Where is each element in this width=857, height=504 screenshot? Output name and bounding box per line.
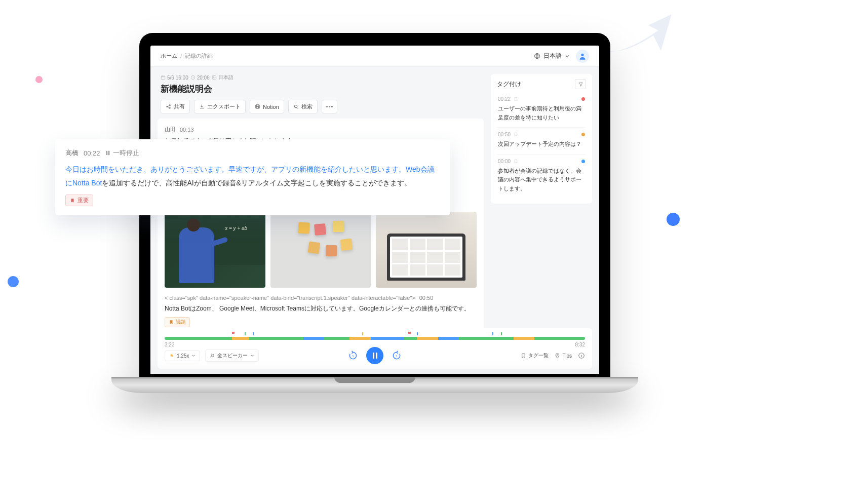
tag-item[interactable]: 00:50次回アップデート予定の内容は？ <box>497 127 586 154</box>
bookmark-icon <box>514 97 518 101</box>
share-button[interactable]: 共有 <box>161 100 190 113</box>
avatar[interactable] <box>576 50 589 63</box>
skip-back-button[interactable]: 5 <box>347 350 359 362</box>
chevron-down-icon <box>191 354 196 358</box>
svg-text:5: 5 <box>396 355 398 358</box>
pause-icon <box>373 353 377 359</box>
illustration-sticky-notes[interactable] <box>270 212 371 288</box>
users-icon <box>210 353 215 358</box>
globe-icon <box>534 53 540 59</box>
breadcrumb-current: 記録の詳細 <box>185 52 213 60</box>
tips-link[interactable]: Tips <box>555 353 572 359</box>
tag-time: 00:50 <box>498 132 511 137</box>
illustration-laptop[interactable] <box>376 212 477 288</box>
svg-point-10 <box>211 354 213 356</box>
total-time: 8:32 <box>575 342 585 347</box>
bookmark-icon <box>521 353 526 359</box>
bookmark-icon <box>70 198 75 203</box>
language-icon <box>212 75 217 80</box>
share-icon <box>166 104 171 109</box>
pause-indicator[interactable]: 一時停止 <box>105 148 139 158</box>
filter-icon <box>578 82 583 87</box>
timestamp: 00:50 <box>419 295 434 301</box>
skip-forward-button[interactable]: 5 <box>391 350 403 362</box>
transcript-text: Notta BotはZoom、 Google Meet、Microsoft Te… <box>165 303 477 314</box>
svg-rect-17 <box>108 151 109 155</box>
speed-icon <box>169 353 174 358</box>
language-label: 日本語 <box>543 52 562 60</box>
svg-rect-16 <box>106 151 107 155</box>
info-icon <box>578 352 585 359</box>
user-icon <box>578 52 587 60</box>
location-icon <box>555 353 560 359</box>
export-icon <box>199 104 205 109</box>
transcript-text: 今日はお時間をいただき、ありがとうございます。早速ですが、アプリの新機能を紹介し… <box>65 163 440 189</box>
tag-text: 次回アップデート予定の内容は？ <box>498 140 585 149</box>
tags-panel-title: タグ付け <box>497 80 521 89</box>
breadcrumb-home[interactable]: ホーム <box>161 52 177 60</box>
export-button[interactable]: エクスポート <box>194 100 246 113</box>
svg-point-14 <box>557 354 558 355</box>
tag-item[interactable]: 00:22ユーザーの事前期待と利用後の満足度の差を特に知りたい <box>497 92 586 127</box>
svg-point-11 <box>213 354 214 355</box>
svg-point-6 <box>169 105 170 106</box>
tag-chip-important[interactable]: 重要 <box>65 195 93 206</box>
image-grid: x = y + ab <box>165 212 477 288</box>
svg-point-9 <box>294 105 297 108</box>
clock-icon <box>190 75 196 80</box>
tag-item[interactable]: 00:00参加者が会議の記録ではなく、会議の内容へ集中できるようサポートします。 <box>497 154 586 199</box>
svg-point-7 <box>169 107 170 108</box>
svg-point-5 <box>167 106 168 107</box>
more-icon <box>326 106 333 107</box>
chevron-down-icon <box>250 354 254 358</box>
highlighted-transcript-card[interactable]: 高橋 00:22 一時停止 今日はお時間をいただき、ありがとうございます。早速で… <box>55 139 450 215</box>
decoration-dot-pink <box>35 76 43 83</box>
timestamp: 00:13 <box>180 127 194 133</box>
tags-list-link[interactable]: タグ一覧 <box>521 352 549 359</box>
tag-text: ユーザーの事前期待と利用後の満足度の差を特に知りたい <box>498 104 585 122</box>
notion-button[interactable]: Notion <box>250 100 284 113</box>
timestamp: 00:22 <box>84 149 100 157</box>
speed-selector[interactable]: 1.25x <box>165 351 200 361</box>
transcript-block[interactable]: < class="spk" data-name="speaker-name" d… <box>165 295 477 327</box>
record-meta: 5/6 16:00 20:08 日本語 <box>161 74 481 81</box>
speaker-name: 山田 <box>165 126 176 133</box>
decoration-dot-blue <box>8 276 19 287</box>
info-button[interactable] <box>578 352 585 359</box>
tag-color-dot <box>581 97 585 101</box>
pause-icon <box>105 150 110 156</box>
bookmark-icon <box>514 132 518 137</box>
audio-player: 3:23 8:32 1.25x 全スピーカー <box>158 328 592 369</box>
tag-text: 参加者が会議の記録ではなく、会議の内容へ集中できるようサポートします。 <box>498 167 585 193</box>
tag-color-dot <box>581 133 585 136</box>
page-title: 新機能説明会 <box>161 83 481 95</box>
tags-panel: タグ付け 00:22ユーザーの事前期待と利用後の満足度の差を特に知りたい00:5… <box>491 74 592 204</box>
svg-rect-2 <box>161 76 165 80</box>
decoration-dot-blue <box>667 213 680 226</box>
tag-time: 00:22 <box>498 96 511 102</box>
tag-color-dot <box>581 160 585 163</box>
tag-chip[interactable]: 議題 <box>165 317 190 327</box>
language-selector[interactable]: 日本語 <box>534 52 570 60</box>
pause-button[interactable] <box>366 347 383 364</box>
bookmark-icon <box>514 159 518 164</box>
tag-time: 00:00 <box>498 159 511 164</box>
search-icon <box>293 104 299 109</box>
skip-forward-icon: 5 <box>392 351 402 361</box>
breadcrumb: ホーム / 記録の詳細 <box>161 52 213 60</box>
speaker-filter[interactable]: 全スピーカー <box>205 350 259 362</box>
calendar-icon <box>161 75 166 80</box>
skip-back-icon: 5 <box>348 351 358 361</box>
speaker-name: 高橋 <box>65 148 79 158</box>
illustration-blackboard[interactable]: x = y + ab <box>165 212 265 288</box>
chevron-down-icon <box>565 54 570 59</box>
more-button[interactable] <box>322 100 337 113</box>
bookmark-icon <box>169 320 174 325</box>
current-time: 3:23 <box>165 342 174 347</box>
notion-icon <box>255 104 260 109</box>
search-button[interactable]: 検索 <box>288 100 318 113</box>
filter-button[interactable] <box>575 79 586 89</box>
seek-track[interactable] <box>165 337 585 340</box>
svg-point-1 <box>581 53 583 56</box>
svg-text:5: 5 <box>353 355 354 358</box>
